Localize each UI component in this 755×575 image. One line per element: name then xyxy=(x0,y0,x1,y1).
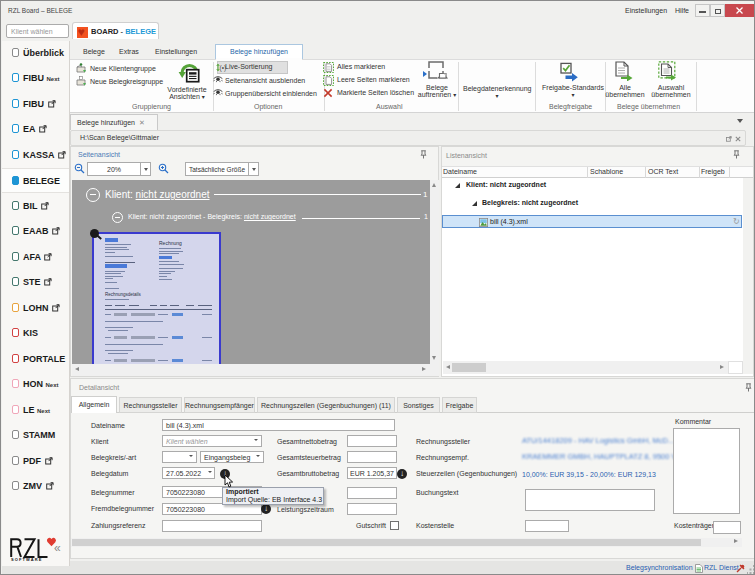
svg-text:SOFTWARE: SOFTWARE xyxy=(11,557,42,562)
